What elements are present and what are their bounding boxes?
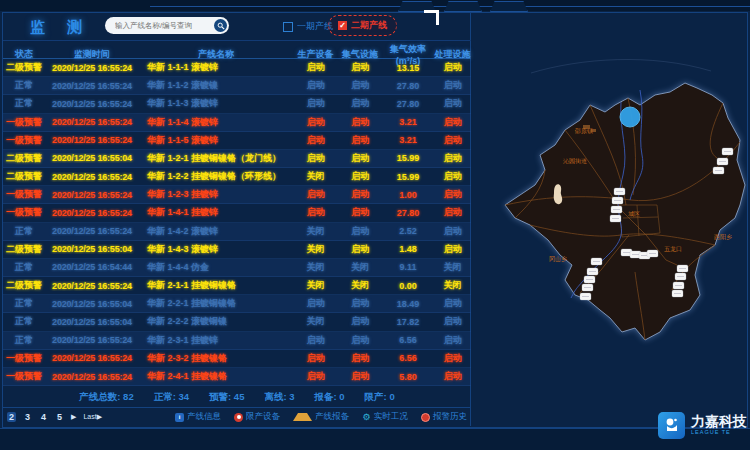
cell-time: 2020/12/25 16:55:24: [45, 226, 139, 236]
map-place-label: 冈山乡: [549, 256, 567, 263]
legend-item-info-square[interactable]: i产线信息: [175, 411, 221, 423]
table-row[interactable]: 正常2020/12/25 16:54:44华新 1-4-4 仿金关闭关闭9.11…: [3, 259, 471, 277]
legend-item-realtime-gear[interactable]: ⚙实时工况: [362, 411, 408, 423]
table-row[interactable]: 二级预警2020/12/25 16:55:04华新 1-4-3 滚镀锌关闭启动1…: [3, 241, 471, 259]
cell-gas: 启动: [338, 79, 382, 92]
table-row[interactable]: 二级预警2020/12/25 16:55:24华新 2-1-1 挂镀铜镍铬关闭关…: [3, 277, 471, 295]
cell-gas: 启动: [338, 243, 382, 256]
legend-label: 产线报备: [315, 411, 349, 423]
table-row[interactable]: 正常2020/12/25 16:55:24华新 2-3-1 挂镀锌启动启动6.5…: [3, 332, 471, 350]
cell-time: 2020/12/25 16:55:24: [45, 135, 139, 145]
cell-prod: 关闭: [293, 170, 338, 183]
next-page-button[interactable]: ▶: [71, 413, 76, 421]
table-row[interactable]: 正常2020/12/25 16:55:04华新 2-2-2 滚镀铜镍关闭启动17…: [3, 313, 471, 331]
table-row[interactable]: 正常2020/12/25 16:55:24华新 1-1-2 滚镀镍启动启动27.…: [3, 77, 471, 95]
cell-treat: 关闭: [434, 261, 471, 274]
cell-treat: 启动: [434, 61, 471, 74]
map-area-patch: [554, 184, 562, 204]
cell-name: 华新 1-4-3 滚镀锌: [139, 243, 293, 256]
map-panel[interactable]: 邵原镇沁园街道城区西阳乡五龙口冈山乡: [471, 13, 747, 426]
cell-gas: 启动: [338, 61, 382, 74]
summary-item: 预警: 45: [209, 391, 244, 404]
cell-treat: 关闭: [434, 279, 471, 292]
cell-status: 正常: [3, 225, 45, 238]
page-button[interactable]: 5: [55, 412, 64, 422]
cell-treat: 启动: [434, 206, 471, 219]
phase1-checkbox[interactable]: 一期产线: [283, 20, 333, 33]
table-row[interactable]: 二级预警2020/12/25 16:55:04华新 1-2-1 挂镀铜镍铬（龙门…: [3, 150, 471, 168]
cell-prod: 启动: [293, 334, 338, 347]
cell-status: 正常: [3, 79, 45, 92]
table-row[interactable]: 正常2020/12/25 16:55:24华新 1-1-3 滚镀锌启动启动27.…: [3, 95, 471, 113]
cell-gas: 启动: [338, 206, 382, 219]
summary-item: 产线总数: 82: [79, 391, 133, 404]
logo-text-en: LEAGUE TE: [691, 430, 747, 436]
cell-name: 华新 1-1-5 滚镀锌: [139, 134, 293, 147]
cell-eff: 0.00: [382, 281, 434, 291]
cell-eff: 18.49: [382, 299, 434, 309]
last-page-button[interactable]: Last▶: [83, 413, 102, 421]
table-row[interactable]: 二级预警2020/12/25 16:55:24华新 1-1-1 滚镀锌启动启动1…: [3, 59, 471, 77]
cell-status: 正常: [3, 297, 45, 310]
legend-item-restrict-circle[interactable]: 限产设备: [234, 411, 280, 423]
cell-time: 2020/12/25 16:55:24: [45, 353, 139, 363]
search-box[interactable]: [105, 17, 229, 34]
phase2-button[interactable]: ✓ 二期产线: [328, 15, 397, 36]
table-row[interactable]: 一级预警2020/12/25 16:55:24华新 1-2-3 挂镀锌启动启动1…: [3, 186, 471, 204]
cell-gas: 启动: [338, 116, 382, 129]
cell-eff: 3.21: [382, 117, 434, 127]
cell-time: 2020/12/25 16:55:24: [45, 117, 139, 127]
legend-item-report-triangle[interactable]: 产线报备: [293, 411, 349, 423]
cell-name: 华新 2-3-1 挂镀锌: [139, 334, 293, 347]
cell-treat: 启动: [434, 352, 471, 365]
cell-gas: 启动: [338, 188, 382, 201]
cell-time: 2020/12/25 16:55:24: [45, 172, 139, 182]
table-row[interactable]: 二级预警2020/12/25 16:55:24华新 1-2-2 挂镀铜镍铬（环形…: [3, 168, 471, 186]
cell-time: 2020/12/25 16:55:24: [45, 99, 139, 109]
table-row[interactable]: 一级预警2020/12/25 16:55:24华新 1-1-4 滚镀锌启动启动3…: [3, 114, 471, 132]
search-input[interactable]: [113, 20, 214, 31]
table-row[interactable]: 一级预警2020/12/25 16:55:24华新 2-3-2 挂镀镍铬启动启动…: [3, 350, 471, 368]
table-row[interactable]: 正常2020/12/25 16:55:24华新 1-4-2 滚镀锌关闭启动2.5…: [3, 223, 471, 241]
cell-prod: 启动: [293, 116, 338, 129]
cell-treat: 启动: [434, 170, 471, 183]
cell-prod: 启动: [293, 97, 338, 110]
cell-eff: 17.82: [382, 317, 434, 327]
cell-status: 二级预警: [3, 152, 45, 165]
cell-name: 华新 1-4-4 仿金: [139, 261, 293, 274]
cell-treat: 启动: [434, 370, 471, 383]
footer-band: [0, 428, 750, 450]
table-row[interactable]: 一级预警2020/12/25 16:55:24华新 1-1-5 滚镀锌启动启动3…: [3, 132, 471, 150]
legend-item-alarm-circle[interactable]: 报警历史: [421, 411, 467, 423]
cell-time: 2020/12/25 16:55:24: [45, 190, 139, 200]
table-row[interactable]: 正常2020/12/25 16:55:04华新 2-2-1 挂镀铜镍铬启动启动1…: [3, 295, 471, 313]
cell-prod: 启动: [293, 61, 338, 74]
map-cluster-marker[interactable]: [620, 107, 640, 127]
cell-time: 2020/12/25 16:55:04: [45, 299, 139, 309]
table-row[interactable]: 一级预警2020/12/25 16:55:24华新 1-4-1 挂镀锌启动启动2…: [3, 204, 471, 222]
cell-prod: 启动: [293, 297, 338, 310]
cell-name: 华新 1-4-1 挂镀锌: [139, 206, 293, 219]
checkbox-unchecked-icon: [283, 22, 293, 32]
search-icon[interactable]: [214, 19, 227, 32]
cell-eff: 13.15: [382, 63, 434, 73]
cell-name: 华新 2-4-1 挂镀镍铬: [139, 370, 293, 383]
cell-eff: 15.99: [382, 172, 434, 182]
cell-time: 2020/12/25 16:55:24: [45, 372, 139, 382]
cell-prod: 关闭: [293, 243, 338, 256]
legend-label: 报警历史: [433, 411, 467, 423]
cell-gas: 启动: [338, 134, 382, 147]
page-button[interactable]: 2: [7, 412, 16, 422]
header-underline: [3, 40, 471, 41]
page-button[interactable]: 3: [23, 412, 32, 422]
page-button[interactable]: 4: [39, 412, 48, 422]
table-row[interactable]: 一级预警2020/12/25 16:55:24华新 2-4-1 挂镀镍铬启动启动…: [3, 368, 471, 386]
cell-eff: 6.56: [382, 353, 434, 363]
cell-gas: 启动: [338, 370, 382, 383]
cell-gas: 启动: [338, 315, 382, 328]
cell-eff: 3.21: [382, 135, 434, 145]
info-square-icon: i: [175, 413, 184, 422]
cell-eff: 15.99: [382, 153, 434, 163]
cell-gas: 启动: [338, 352, 382, 365]
map-place-label: 西阳乡: [714, 234, 732, 241]
